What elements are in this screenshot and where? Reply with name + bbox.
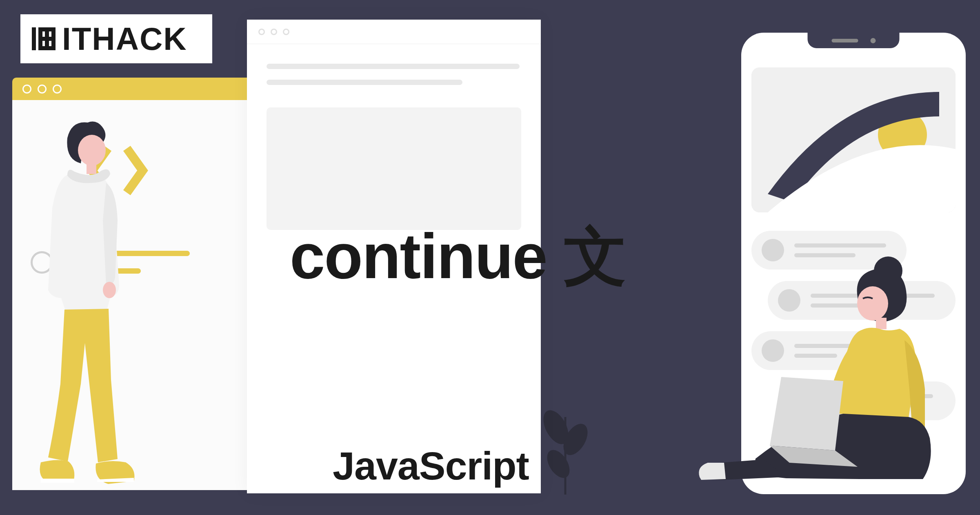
traffic-light-dot <box>283 29 289 35</box>
traffic-light-dot <box>38 85 47 94</box>
traffic-light-dot <box>22 85 31 94</box>
svg-point-14 <box>103 282 116 298</box>
skeleton-line <box>267 64 520 69</box>
plant-illustration <box>539 360 592 495</box>
browser-header <box>247 20 541 44</box>
page-subtitle: JavaScript <box>333 443 529 489</box>
svg-rect-6 <box>51 27 56 50</box>
svg-point-16 <box>857 286 888 321</box>
logo-text: ITHACK <box>62 20 187 58</box>
svg-point-12 <box>78 135 106 166</box>
logo-icon <box>29 24 58 54</box>
skeleton-line <box>267 80 462 85</box>
svg-rect-5 <box>45 27 49 50</box>
traffic-light-dot <box>258 29 265 35</box>
standing-person-illustration <box>29 114 143 494</box>
phone-notch <box>808 33 900 48</box>
sitting-person-illustration <box>696 250 958 495</box>
phone-hero-image <box>751 67 956 212</box>
phone-camera-icon <box>870 38 876 43</box>
skeleton-line <box>794 243 886 247</box>
svg-rect-17 <box>876 318 887 329</box>
svg-rect-13 <box>87 163 96 174</box>
logo-badge: ITHACK <box>20 14 212 63</box>
svg-rect-4 <box>38 27 42 50</box>
traffic-light-dot <box>53 85 62 94</box>
page-title: continue 文 <box>290 214 626 300</box>
skeleton-card <box>267 107 521 230</box>
svg-rect-0 <box>32 27 36 50</box>
browser-header <box>12 78 253 100</box>
phone-speaker-icon <box>831 39 858 42</box>
skeleton-text <box>267 64 521 85</box>
traffic-light-dot <box>271 29 277 35</box>
